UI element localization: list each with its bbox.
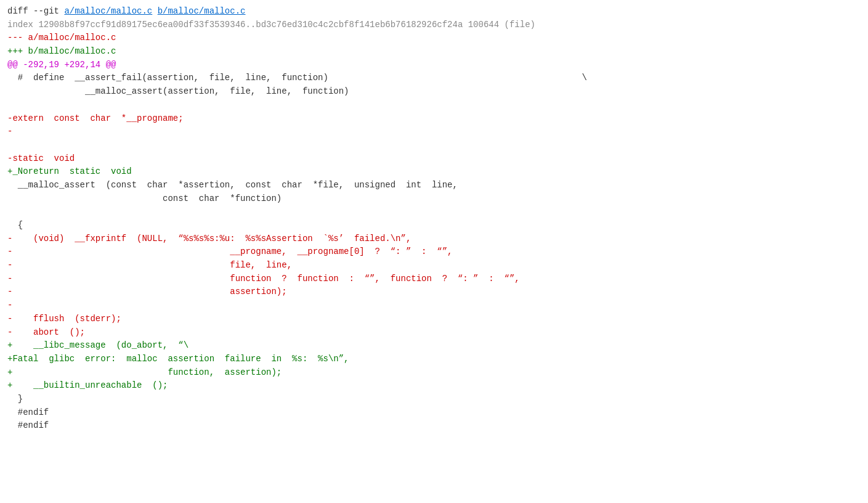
- diff-line-removed: - assertion);: [7, 285, 861, 299]
- diff-line-added: + __libc_message (do_abort, “\: [7, 339, 861, 353]
- diff-line-removed: -: [7, 125, 861, 139]
- diff-line: }: [7, 393, 861, 406]
- diff-line-removed: - file, line,: [7, 259, 861, 272]
- plus-file-line: +++ b/malloc/malloc.c: [7, 45, 861, 59]
- diff-line: {: [7, 219, 861, 232]
- diff-line-removed: - (void) __fxprintf (NULL, “%s%s%s:%u: %…: [7, 232, 861, 246]
- diff-line-added: +_Noreturn static void: [7, 165, 861, 179]
- diff-line-removed: - function ? function : “”, function ? “…: [7, 272, 861, 286]
- diff-line-empty: [7, 205, 861, 219]
- diff-container: diff --git a/malloc/malloc.c b/malloc/ma…: [0, 0, 868, 503]
- diff-line-empty: [7, 99, 861, 112]
- diff-line-empty: [7, 139, 861, 152]
- diff-line-added: +Fatal glibc error: malloc assertion fai…: [7, 353, 861, 366]
- diff-line-removed: -: [7, 299, 861, 313]
- diff-line: __malloc_assert(assertion, file, line, f…: [7, 85, 861, 99]
- diff-line-added: + function, assertion);: [7, 366, 861, 380]
- minus-file-line: --- a/malloc/malloc.c: [7, 31, 861, 45]
- file-a-link[interactable]: a/malloc/malloc.c: [64, 6, 152, 16]
- diff-line: const char *function): [7, 192, 861, 206]
- diff-line-removed: -extern const char *__progname;: [7, 112, 861, 126]
- diff-line-removed: -static void: [7, 152, 861, 166]
- index-line: index 12908b8f97ccf91d89175ec6ea00df33f3…: [7, 18, 861, 32]
- diff-line: # define __assert_fail(assertion, file, …: [7, 72, 861, 85]
- diff-line-removed: - abort ();: [7, 326, 861, 340]
- file-b-link[interactable]: b/malloc/malloc.c: [158, 6, 246, 16]
- diff-line: __malloc_assert (const char *assertion, …: [7, 179, 861, 192]
- diff-line: #endif: [7, 406, 861, 420]
- diff-line-added: + __builtin_unreachable ();: [7, 379, 861, 393]
- diff-line: #endif: [7, 419, 861, 433]
- diff-line-removed: - __progname, __progname[0] ? “: ” : “”,: [7, 245, 861, 259]
- diff-line-removed: - fflush (stderr);: [7, 313, 861, 326]
- diff-git-line: diff --git a/malloc/malloc.c b/malloc/ma…: [7, 5, 861, 18]
- hunk-header: @@ -292,19 +292,14 @@: [7, 59, 861, 72]
